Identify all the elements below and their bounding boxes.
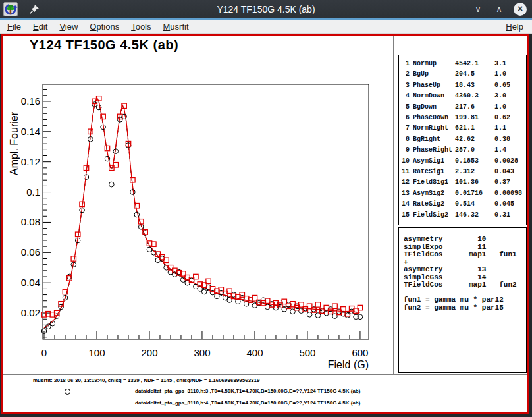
svg-text:0.14: 0.14 <box>21 126 40 137</box>
maximize-button-icon[interactable]: ∧ <box>492 3 506 16</box>
menu-file[interactable]: File <box>1 20 27 34</box>
svg-text:200: 200 <box>141 347 157 358</box>
app-window: Y124 TF150G 4.5K (ab) ∨ ∧ × File Edit Vi… <box>0 0 532 417</box>
svg-text:0.08: 0.08 <box>21 216 40 227</box>
svg-text:0.06: 0.06 <box>21 246 40 258</box>
close-button-icon[interactable]: × <box>514 3 527 16</box>
svg-text:Field (G): Field (G) <box>328 359 369 370</box>
legend-entry-h4: data/deltat_pta_gps_3110,h:4 ,T0=4.50K,T… <box>135 400 360 406</box>
svg-text:600: 600 <box>352 347 368 358</box>
legend-square-marker-icon <box>65 401 70 406</box>
svg-text:0.12: 0.12 <box>21 156 40 167</box>
parameter-row: 7NormRight621.11.1 <box>399 123 526 134</box>
fit-parameter-box: 1NormUp4542.13.12BgUp204.51.03PhaseUp18.… <box>398 55 527 225</box>
parameter-row: 11RateSig12.3120.043 <box>399 167 526 177</box>
minimize-button-icon[interactable]: ∨ <box>471 3 485 16</box>
menu-musrfit[interactable]: Musrfit <box>157 20 195 34</box>
fit-status-line: musrfit: 2018-06-30, 13:19:40, chisq = 1… <box>33 377 259 383</box>
svg-text:300: 300 <box>194 347 210 358</box>
svg-text:400: 400 <box>246 347 263 358</box>
menu-tools[interactable]: Tools <box>125 20 157 34</box>
root-canvas[interactable]: Y124 TF150G 4.5K (ab) 010020030040050060… <box>1 34 529 414</box>
svg-text:Ampl. Fourier: Ampl. Fourier <box>9 111 20 175</box>
svg-text:0.04: 0.04 <box>21 277 40 288</box>
legend-entry-h3: data/deltat_pta_gps_3110,h:3 ,T0=4.50K,T… <box>135 388 360 394</box>
menu-edit[interactable]: Edit <box>27 20 53 34</box>
svg-text:0.1: 0.1 <box>26 186 40 198</box>
parameter-row: 14RateSig20.5140.045 <box>399 199 526 209</box>
parameter-row: 2BgUp204.51.0 <box>399 69 526 80</box>
svg-text:0.16: 0.16 <box>21 96 40 107</box>
parameter-row: 10AsymSig10.18530.0028 <box>399 156 526 167</box>
menu-options[interactable]: Options <box>84 20 125 34</box>
parameter-row: 6PhaseDown199.810.62 <box>399 113 526 123</box>
parameter-row: 15FieldSig2146.320.31 <box>399 210 526 221</box>
menu-help[interactable]: Help <box>500 20 529 34</box>
svg-text:100: 100 <box>88 347 105 358</box>
svg-text:0.02: 0.02 <box>21 307 40 318</box>
titlebar[interactable]: Y124 TF150G 4.5K (ab) ∨ ∧ × <box>0 0 532 18</box>
parameter-row: 13AsymSig20.017160.00098 <box>399 188 526 199</box>
parameter-row: 3PhaseUp18.430.65 <box>399 80 526 91</box>
parameter-row: 4NormDown4360.33.0 <box>399 91 526 101</box>
legend-circle-marker-icon <box>65 389 70 395</box>
svg-text:0: 0 <box>41 347 47 358</box>
parameter-row: 5BgDown217.61.0 <box>399 102 526 113</box>
parameter-row: 12FieldSig1101.360.37 <box>399 177 526 188</box>
menubar: File Edit View Options Tools Musrfit Hel… <box>0 20 532 34</box>
svg-text:500: 500 <box>299 347 315 358</box>
parameter-row: 1NormUp4542.13.1 <box>399 59 526 69</box>
menu-view[interactable]: View <box>53 20 84 34</box>
theory-text: asymmetry 10 simplExpo 11 TFieldCos map1… <box>399 228 526 312</box>
theory-box: asymmetry 10 simplExpo 11 TFieldCos map1… <box>398 227 527 373</box>
parameter-row: 8BgRight42.620.38 <box>399 134 526 145</box>
window-title: Y124 TF150G 4.5K (ab) <box>0 0 532 18</box>
parameter-row: 9PhaseRight287.01.4 <box>399 145 526 155</box>
